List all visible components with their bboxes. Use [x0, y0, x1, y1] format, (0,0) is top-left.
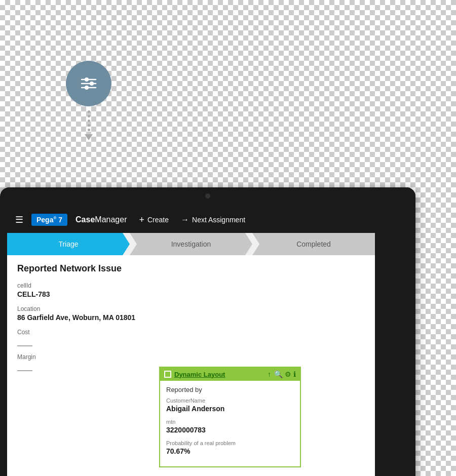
field-cost-label: Cost: [17, 329, 365, 336]
stage-completed-label: Completed: [296, 240, 331, 248]
stage-triage[interactable]: Triage: [7, 233, 130, 255]
layout-arrow-up-icon: ↑: [268, 370, 271, 378]
content-area: Reported Network Issue cellId CELL-783 L…: [7, 255, 375, 386]
device-container: ☰ Pega® 7 CaseManager + Create → Next As…: [0, 187, 415, 476]
stage-investigation-label: Investigation: [171, 240, 211, 248]
top-icon-area: [66, 61, 111, 140]
stage-triage-label: Triage: [58, 240, 78, 248]
field-margin-label: Margin: [17, 353, 365, 361]
stage-investigation[interactable]: Investigation: [130, 233, 252, 255]
next-assignment-button[interactable]: → Next Assignment: [181, 215, 245, 224]
field-cell-id-value: CELL-783: [17, 290, 365, 298]
case-title: Reported Network Issue: [17, 263, 365, 274]
search-icon[interactable]: 🔍: [274, 370, 283, 378]
dl-customer-name-value: Abigail Anderson: [166, 405, 294, 413]
field-cell-id-label: cellId: [17, 282, 365, 289]
create-label: Create: [147, 216, 169, 224]
arrow-right-icon: →: [181, 215, 189, 224]
device-screen: ☰ Pega® 7 CaseManager + Create → Next As…: [7, 207, 375, 476]
field-cost: Cost: [17, 329, 365, 346]
hamburger-menu-icon[interactable]: ☰: [15, 214, 23, 225]
info-icon[interactable]: ℹ: [293, 370, 296, 378]
field-location-label: Location: [17, 305, 365, 312]
svg-point-5: [85, 86, 89, 90]
sliders-circle: [66, 61, 111, 106]
layout-square-icon: [164, 371, 171, 378]
field-location: Location 86 Garfield Ave, Woburn, MA 018…: [17, 305, 365, 322]
gear-icon[interactable]: ⚙: [285, 370, 291, 378]
field-location-value: 86 Garfield Ave, Woburn, MA 01801: [17, 313, 365, 322]
dl-probability-label: Probability of a real problem: [166, 440, 294, 446]
svg-point-1: [85, 77, 89, 82]
dynamic-layout-header: Dynamic Layout ↑ 🔍 ⚙ ℹ: [160, 368, 300, 381]
right-bezel: [375, 187, 415, 476]
svg-point-3: [90, 82, 94, 86]
dl-mtn-label: mtn: [166, 419, 294, 425]
field-cost-empty: [17, 337, 32, 346]
create-button[interactable]: + Create: [139, 215, 169, 225]
case-manager-label: CaseManager: [75, 215, 127, 224]
connector-line: [85, 110, 93, 140]
dl-field-mtn: mtn 3220000783: [166, 419, 294, 434]
sliders-icon: [78, 72, 100, 95]
device-camera: [205, 193, 210, 199]
dynamic-layout-title: Dynamic Layout: [174, 371, 264, 378]
plus-icon: +: [139, 215, 144, 225]
field-cell-id: cellId CELL-783: [17, 282, 365, 298]
device-frame: ☰ Pega® 7 CaseManager + Create → Next As…: [0, 187, 415, 476]
dynamic-layout-content: Reported by CustomerName Abigail Anderso…: [160, 381, 300, 466]
dl-customer-name-label: CustomerName: [166, 398, 294, 404]
dl-field-customer-name: CustomerName Abigail Anderson: [166, 398, 294, 413]
pega-logo: Pega® 7: [31, 214, 67, 226]
dl-mtn-value: 3220000783: [166, 426, 294, 434]
next-assignment-label: Next Assignment: [192, 216, 245, 224]
dl-field-probability: Probability of a real problem 70.67%: [166, 440, 294, 455]
stage-bar: Triage Investigation Completed: [7, 233, 375, 255]
app-header: ☰ Pega® 7 CaseManager + Create → Next As…: [7, 207, 375, 233]
dl-probability-value: 70.67%: [166, 447, 294, 455]
dynamic-layout-overlay: Dynamic Layout ↑ 🔍 ⚙ ℹ Reported by Custo…: [159, 367, 301, 467]
reported-by-label: Reported by: [166, 386, 294, 393]
stage-completed[interactable]: Completed: [252, 233, 375, 255]
field-margin-empty: [17, 362, 32, 371]
layout-action-icons: 🔍 ⚙ ℹ: [274, 370, 296, 378]
